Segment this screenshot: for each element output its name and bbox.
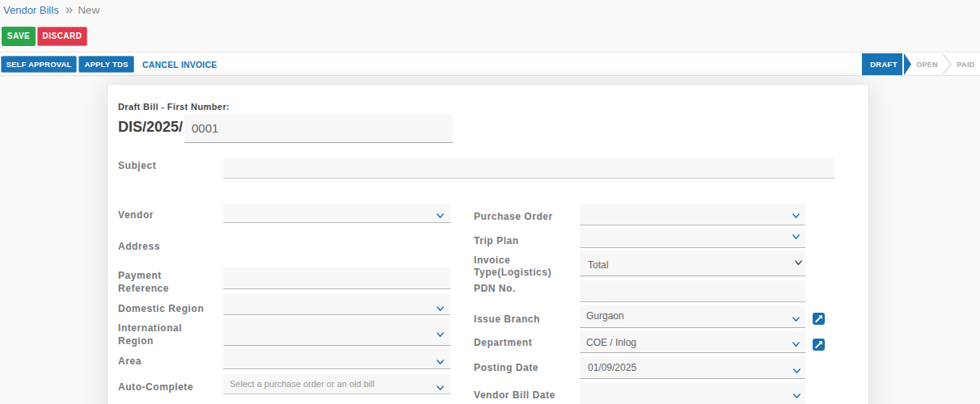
svg-text:PAID: PAID [957,61,974,69]
svg-text:OPEN: OPEN [916,61,938,69]
svg-text:DRAFT: DRAFT [870,60,898,69]
